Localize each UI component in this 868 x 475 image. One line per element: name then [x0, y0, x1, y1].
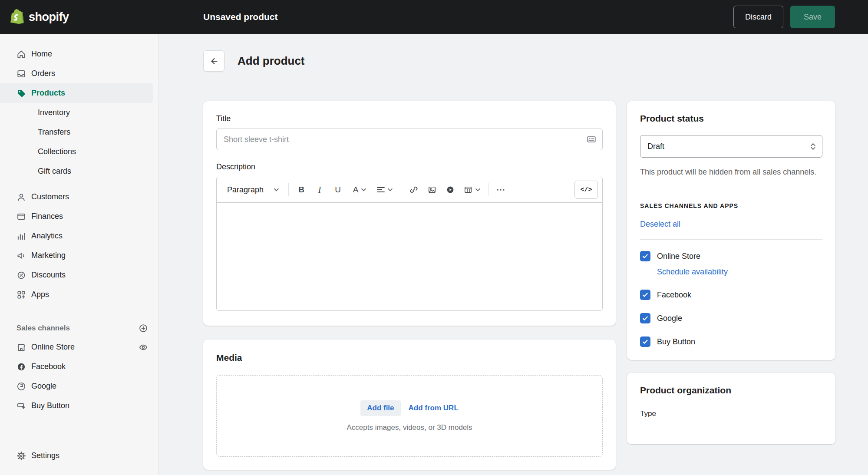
left-column: Title Description Paragraph [203, 101, 616, 470]
sidebar-item-label: Analytics [31, 231, 63, 241]
sidebar-item-label: Google [31, 382, 56, 391]
channel-row-buy-button: Buy Button [640, 336, 822, 347]
media-dropzone[interactable]: Add file Add from URL Accepts images, vi… [216, 375, 603, 457]
product-status-help: This product will be hidden from all sal… [640, 166, 822, 178]
toolbar-divider [288, 183, 289, 196]
topbar: shopify Unsaved product Discard Save [0, 0, 868, 34]
facebook-checkbox[interactable] [640, 290, 650, 300]
channel-row-online-store: Online Store [640, 251, 822, 261]
toolbar-divider [488, 183, 488, 196]
channel-label: Buy Button [657, 337, 695, 346]
channel-row-facebook: Facebook [640, 290, 822, 300]
sidebar-item-label: Facebook [31, 362, 66, 371]
sidebar-item-label: Products [31, 89, 65, 98]
apps-icon [17, 290, 26, 300]
deselect-all-link[interactable]: Deselect all [640, 220, 680, 229]
shopify-admin: shopify Unsaved product Discard Save Hom… [0, 0, 868, 475]
orders-icon [17, 69, 26, 79]
sidebar-item-label: Apps [31, 290, 49, 299]
topbar-actions: Discard Save [733, 6, 868, 28]
sidebar-item-transfers[interactable]: Transfers [0, 122, 158, 142]
add-sales-channel-icon[interactable] [139, 323, 148, 333]
media-heading: Media [216, 353, 603, 363]
title-input[interactable] [216, 129, 603, 150]
sidebar-item-marketing[interactable]: Marketing [0, 246, 158, 265]
back-button[interactable] [203, 50, 224, 72]
sidebar-item-collections[interactable]: Collections [0, 142, 158, 162]
alignment-dropdown[interactable] [372, 181, 397, 199]
bold-icon: B [298, 185, 304, 195]
insert-link-button[interactable] [405, 181, 423, 199]
italic-button[interactable]: I [310, 181, 329, 199]
sidebar-item-buy-button[interactable]: Buy Button [0, 396, 158, 416]
sales-channels-heading: Sales channels [17, 324, 70, 333]
schedule-availability-link[interactable]: Schedule availability [657, 267, 822, 277]
card-divider [627, 190, 835, 190]
discounts-icon [17, 270, 26, 280]
sidebar-subitem-label: Inventory [38, 108, 70, 117]
type-label: Type [640, 409, 822, 418]
facebook-icon [17, 362, 26, 372]
paragraph-style-dropdown[interactable]: Paragraph [221, 181, 285, 199]
sidebar-item-products[interactable]: Products [0, 83, 153, 103]
media-card: Media Add file Add from URL Accepts imag… [203, 340, 616, 470]
sidebar-item-inventory[interactable]: Inventory [0, 103, 158, 122]
product-organization-card: Product organization Type [627, 373, 835, 444]
sidebar-item-google[interactable]: Google [0, 376, 158, 396]
google-checkbox[interactable] [640, 313, 650, 323]
add-from-url-link[interactable]: Add from URL [409, 404, 459, 412]
sidebar-item-orders[interactable]: Orders [0, 64, 158, 83]
sidebar-item-facebook[interactable]: Facebook [0, 357, 158, 376]
text-color-icon: A [353, 185, 359, 195]
italic-icon: I [318, 185, 321, 195]
main-content: Add product Title Description [159, 34, 868, 475]
home-icon [17, 49, 26, 59]
ellipsis-icon: ⋯ [496, 185, 506, 195]
insert-video-button[interactable] [441, 181, 459, 199]
channel-label: Facebook [657, 290, 691, 300]
marketing-icon [17, 251, 26, 261]
discard-button[interactable]: Discard [733, 6, 783, 28]
sidebar-item-gift-cards[interactable]: Gift cards [0, 162, 158, 181]
sidebar-item-analytics[interactable]: Analytics [0, 226, 158, 246]
sidebar-item-label: Online Store [31, 343, 75, 352]
buy-button-checkbox[interactable] [640, 336, 650, 347]
sidebar-item-customers[interactable]: Customers [0, 187, 158, 207]
check-icon [642, 338, 649, 345]
online-store-checkbox[interactable] [640, 251, 650, 261]
sidebar-item-settings[interactable]: Settings [0, 446, 158, 465]
sidebar-item-discounts[interactable]: Discounts [0, 265, 158, 285]
underline-button[interactable]: U [329, 181, 347, 199]
save-button[interactable]: Save [790, 6, 835, 28]
channel-label: Online Store [657, 252, 700, 261]
channel-label: Google [657, 314, 682, 323]
media-actions: Add file Add from URL [360, 400, 459, 416]
sidebar-item-online-store[interactable]: Online Store [0, 337, 158, 357]
title-label: Title [216, 114, 603, 123]
sidebar-item-finances[interactable]: Finances [0, 207, 158, 226]
show-html-button[interactable]: </> [574, 181, 598, 199]
toolbar-divider [401, 183, 401, 196]
topbar-page-title: Unsaved product [203, 12, 278, 22]
insert-table-dropdown[interactable] [459, 181, 485, 199]
more-formatting-button[interactable]: ⋯ [492, 181, 510, 199]
product-status-select[interactable]: Draft [640, 135, 822, 158]
check-icon [642, 291, 649, 298]
channels-divider [640, 239, 822, 240]
description-label: Description [216, 162, 603, 172]
sidebar-item-apps[interactable]: Apps [0, 285, 158, 304]
chevron-down-icon [475, 188, 480, 191]
eye-icon[interactable] [139, 343, 148, 352]
sidebar-item-home[interactable]: Home [0, 44, 158, 64]
add-file-button[interactable]: Add file [360, 400, 400, 416]
sales-channels-section: Sales channels [0, 319, 158, 337]
rich-text-editor: Paragraph B I U A [216, 177, 603, 311]
sidebar-item-label: Marketing [31, 251, 66, 260]
description-editor-area[interactable] [217, 203, 602, 310]
insert-image-button[interactable] [423, 181, 441, 199]
text-color-dropdown[interactable]: A [347, 181, 372, 199]
shopify-logo[interactable]: shopify [0, 8, 159, 26]
select-caret-icon [810, 143, 816, 150]
bold-button[interactable]: B [292, 181, 310, 199]
product-status-card: Product status Draft This product will b… [627, 101, 835, 360]
